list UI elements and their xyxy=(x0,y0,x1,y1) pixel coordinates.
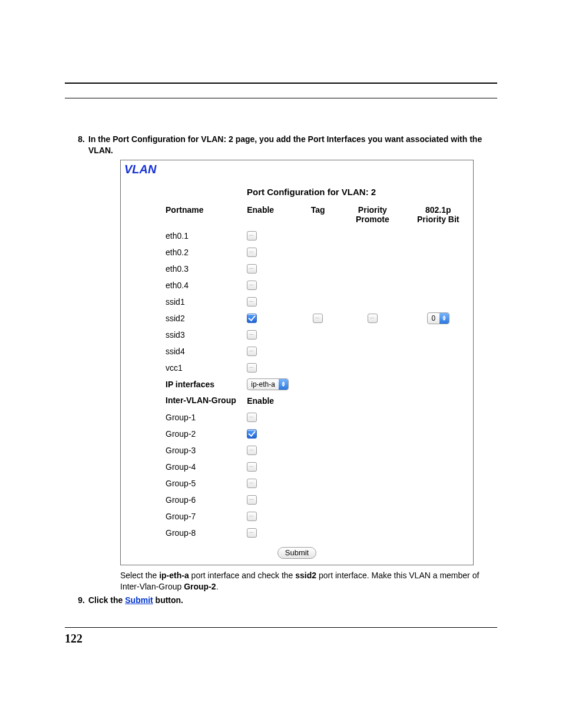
checkbox-enable[interactable] xyxy=(247,462,257,472)
section-title: Port Configuration for VLAN: 2 xyxy=(121,176,473,203)
text: Select the xyxy=(120,571,159,580)
group-name: Group-5 xyxy=(162,475,243,492)
table-row: ssid4 xyxy=(162,343,468,360)
port-name: ssid3 xyxy=(162,327,243,343)
checkbox-enable[interactable] xyxy=(247,264,257,274)
text-bold: ssid2 xyxy=(295,571,316,580)
table-row: Group-5 xyxy=(162,475,468,492)
checkbox-enable[interactable] xyxy=(247,495,257,505)
group-name: Group-2 xyxy=(162,426,243,442)
checkbox-enable[interactable] xyxy=(247,347,257,356)
checkbox-enable[interactable] xyxy=(247,297,257,307)
checkbox-priority-promote[interactable] xyxy=(368,314,378,323)
step-8: 8. In the Port Configuration for VLAN: 2… xyxy=(65,134,497,156)
checkbox-enable[interactable] xyxy=(247,363,257,373)
rule-sub xyxy=(65,98,497,98)
stepper-icon xyxy=(279,379,288,390)
port-name: eth0.3 xyxy=(162,261,243,277)
checkbox-enable[interactable] xyxy=(247,314,257,323)
step-text: Click the Submit button. xyxy=(88,595,497,606)
vlan-config-panel: VLAN Port Configuration for VLAN: 2 Port… xyxy=(120,160,474,565)
submit-button[interactable]: Submit xyxy=(277,547,316,559)
table-row: eth0.1 xyxy=(162,228,468,244)
ip-interfaces-label: IP interfaces xyxy=(162,376,243,393)
table-row: Group-4 xyxy=(162,459,468,475)
port-name: vcc1 xyxy=(162,360,243,376)
table-row: ssid2 0 xyxy=(162,310,468,327)
checkbox-enable[interactable] xyxy=(247,512,257,521)
checkbox-enable[interactable] xyxy=(247,479,257,488)
group-name: Group-4 xyxy=(162,459,243,475)
port-name: eth0.2 xyxy=(162,244,243,261)
text-bold: Group-2 xyxy=(184,582,216,591)
table-row: ssid1 xyxy=(162,294,468,310)
col-portname: Portname xyxy=(162,203,243,228)
table-row: ssid3 xyxy=(162,327,468,343)
rule-footer xyxy=(65,627,497,628)
inter-vlan-label: Inter-VLAN-Group xyxy=(162,393,243,409)
text: button. xyxy=(153,595,183,605)
text: . xyxy=(216,582,219,591)
document-page: 8. In the Port Configuration for VLAN: 2… xyxy=(0,0,562,728)
checkbox-enable[interactable] xyxy=(247,248,257,257)
table-header-row: Portname Enable Tag Priority Promote 802… xyxy=(162,203,468,228)
inter-vlan-header-row: Inter-VLAN-Group Enable xyxy=(162,393,468,409)
checkbox-enable[interactable] xyxy=(247,330,257,340)
panel-heading: VLAN xyxy=(121,163,473,176)
table-row: eth0.3 xyxy=(162,261,468,277)
ip-interfaces-select[interactable]: ip-eth-a xyxy=(247,378,289,390)
checkbox-enable[interactable] xyxy=(247,429,257,439)
text: port interface and check the xyxy=(189,571,296,580)
submit-row: Submit xyxy=(121,541,473,559)
text: Click the xyxy=(88,595,125,605)
table-row: Group-1 xyxy=(162,409,468,426)
col-enable: Enable xyxy=(243,203,299,228)
table-row: Group-3 xyxy=(162,442,468,459)
checkbox-enable[interactable] xyxy=(247,446,257,455)
checkbox-tag[interactable] xyxy=(313,314,323,323)
checkbox-enable[interactable] xyxy=(247,528,257,538)
table-row: Group-6 xyxy=(162,492,468,508)
step-9: 9. Click the Submit button. xyxy=(65,595,497,606)
group-name: Group-3 xyxy=(162,442,243,459)
port-name: eth0.1 xyxy=(162,228,243,244)
rule-top xyxy=(65,83,497,84)
col-priority-promote: Priority Promote xyxy=(337,203,408,228)
port-name: ssid1 xyxy=(162,294,243,310)
select-value: 0 xyxy=(428,314,439,322)
port-name: ssid2 xyxy=(162,310,243,327)
port-name: ssid4 xyxy=(162,343,243,360)
table-row: vcc1 xyxy=(162,360,468,376)
step-number: 8. xyxy=(65,134,88,156)
table-row: eth0.2 xyxy=(162,244,468,261)
step-text: In the Port Configuration for VLAN: 2 pa… xyxy=(88,134,497,156)
submit-link[interactable]: Submit xyxy=(125,595,153,605)
select-value: ip-eth-a xyxy=(247,380,279,388)
cell-enable xyxy=(243,228,299,244)
table-row: Group-2 xyxy=(162,426,468,442)
table-row: Group-7 xyxy=(162,508,468,525)
group-name: Group-7 xyxy=(162,508,243,525)
stepper-icon xyxy=(439,313,449,324)
group-name: Group-1 xyxy=(162,409,243,426)
table-row: eth0.4 xyxy=(162,277,468,294)
col-tag: Tag xyxy=(299,203,337,228)
checkbox-enable[interactable] xyxy=(247,281,257,290)
step-number: 9. xyxy=(65,595,88,606)
port-name: eth0.4 xyxy=(162,277,243,294)
step-8-followup: Select the ip-eth-a port interface and c… xyxy=(120,570,497,592)
inter-vlan-enable-label: Enable xyxy=(243,393,299,409)
table-row: Group-8 xyxy=(162,525,468,541)
col-8021p: 802.1p Priority Bit xyxy=(408,203,468,228)
priority-bit-select[interactable]: 0 xyxy=(427,312,449,324)
page-number: 122 xyxy=(65,632,82,645)
ip-interfaces-row: IP interfaces ip-eth-a xyxy=(162,376,468,393)
text-bold: ip-eth-a xyxy=(159,571,189,580)
checkbox-enable[interactable] xyxy=(247,413,257,422)
group-name: Group-6 xyxy=(162,492,243,508)
group-name: Group-8 xyxy=(162,525,243,541)
checkbox-enable[interactable] xyxy=(247,231,257,241)
port-config-table: Portname Enable Tag Priority Promote 802… xyxy=(162,203,468,541)
